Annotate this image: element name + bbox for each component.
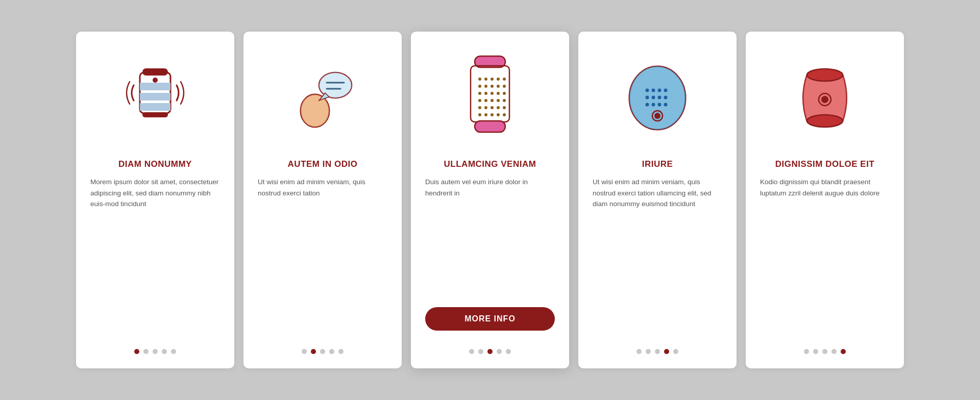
svg-point-23 [491, 85, 494, 88]
dot [673, 349, 678, 354]
card-5-dots [804, 340, 846, 354]
card-3-dots [469, 340, 511, 354]
svg-point-59 [658, 103, 662, 107]
speaker-round-icon [624, 60, 691, 136]
svg-point-66 [821, 96, 828, 103]
svg-point-32 [484, 99, 487, 102]
svg-point-41 [478, 113, 481, 116]
dot [646, 349, 651, 354]
svg-point-58 [652, 103, 655, 107]
svg-rect-1 [140, 83, 170, 90]
card-4-title: IRIURE [642, 159, 673, 169]
dot [329, 349, 334, 354]
svg-point-31 [478, 99, 481, 102]
svg-point-37 [484, 106, 487, 109]
card-1-body: Morem ipsum dolor sit amet, consectetuer… [90, 177, 220, 340]
dot-active [134, 349, 139, 354]
card-3-title: ULLAMCING VENIAM [444, 159, 536, 169]
svg-point-39 [497, 106, 500, 109]
svg-rect-5 [142, 68, 168, 76]
card-3-body: Duis autem vel eum iriure dolor in hendr… [425, 177, 555, 298]
icon-area-3 [425, 47, 555, 149]
svg-point-43 [491, 113, 494, 116]
card-2-body: Ut wisi enim ad minim veniam, quis nostr… [258, 177, 387, 340]
svg-point-50 [652, 89, 655, 92]
svg-point-45 [503, 113, 506, 116]
icon-area-4 [593, 47, 722, 149]
svg-point-24 [497, 85, 500, 88]
dot [497, 349, 502, 354]
svg-point-21 [478, 85, 481, 88]
svg-point-40 [503, 106, 506, 109]
svg-point-22 [484, 85, 487, 88]
speaker-tall-icon [464, 54, 516, 143]
svg-point-64 [807, 115, 843, 127]
svg-point-26 [478, 92, 481, 95]
speaker-waves-icon [125, 57, 186, 139]
card-5-body: Kodio dignissim qui blandit praesent lup… [760, 177, 890, 340]
dot [506, 349, 511, 354]
svg-rect-46 [475, 121, 505, 132]
svg-point-33 [491, 99, 494, 102]
svg-point-25 [503, 85, 506, 88]
svg-rect-3 [140, 103, 170, 111]
svg-point-57 [646, 103, 649, 107]
dot [822, 349, 827, 354]
dot [655, 349, 660, 354]
svg-point-62 [654, 113, 660, 119]
svg-point-27 [484, 92, 487, 95]
more-info-button[interactable]: MORE INFO [425, 307, 555, 331]
svg-point-35 [503, 99, 506, 102]
svg-point-17 [484, 78, 487, 81]
svg-point-52 [664, 89, 668, 92]
svg-point-53 [646, 96, 649, 99]
icon-area-1 [90, 47, 220, 149]
card-5: DIGNISSIM DOLOE EIT Kodio dignissim qui … [746, 32, 904, 368]
dot [804, 349, 809, 354]
svg-point-51 [658, 89, 662, 92]
card-2: AUTEM IN ODIO Ut wisi enim ad minim veni… [243, 32, 402, 368]
dot-active [487, 349, 493, 354]
svg-point-38 [491, 106, 494, 109]
speaker-barrel-icon [797, 60, 853, 136]
svg-point-34 [497, 99, 500, 102]
card-3: ULLAMCING VENIAM Duis autem vel eum iriu… [411, 32, 569, 368]
svg-point-18 [491, 78, 494, 81]
card-1-dots [134, 340, 176, 354]
svg-point-16 [478, 78, 481, 81]
dot [478, 349, 483, 354]
svg-point-56 [664, 96, 668, 99]
dot [302, 349, 307, 354]
svg-point-30 [503, 92, 506, 95]
dot [813, 349, 818, 354]
svg-point-36 [478, 106, 481, 109]
dot [469, 349, 474, 354]
svg-point-29 [497, 92, 500, 95]
svg-point-44 [497, 113, 500, 116]
dot [320, 349, 325, 354]
svg-point-55 [658, 96, 662, 99]
dot [636, 349, 642, 354]
icon-area-2 [258, 47, 387, 149]
svg-point-42 [484, 113, 487, 116]
card-4: IRIURE Ut wisi enim ad minim veniam, qui… [578, 32, 737, 368]
svg-point-60 [664, 103, 668, 107]
card-4-dots [636, 340, 678, 354]
card-4-body: Ut wisi enim ad minim veniam, quis nostr… [593, 177, 722, 340]
svg-point-4 [153, 78, 158, 83]
svg-point-19 [497, 78, 500, 81]
icon-area-5 [760, 47, 890, 149]
svg-point-8 [301, 94, 329, 127]
cards-container: DIAM NONUMMY Morem ipsum dolor sit amet,… [45, 11, 935, 389]
svg-point-28 [491, 92, 494, 95]
dot [153, 349, 158, 354]
svg-point-48 [629, 66, 685, 130]
dot [338, 349, 344, 354]
dot [171, 349, 176, 354]
card-5-title: DIGNISSIM DOLOE EIT [775, 159, 875, 169]
card-1-title: DIAM NONUMMY [118, 159, 192, 169]
card-2-title: AUTEM IN ODIO [288, 159, 358, 169]
dot [162, 349, 167, 354]
svg-point-49 [646, 89, 649, 92]
dot [143, 349, 149, 354]
